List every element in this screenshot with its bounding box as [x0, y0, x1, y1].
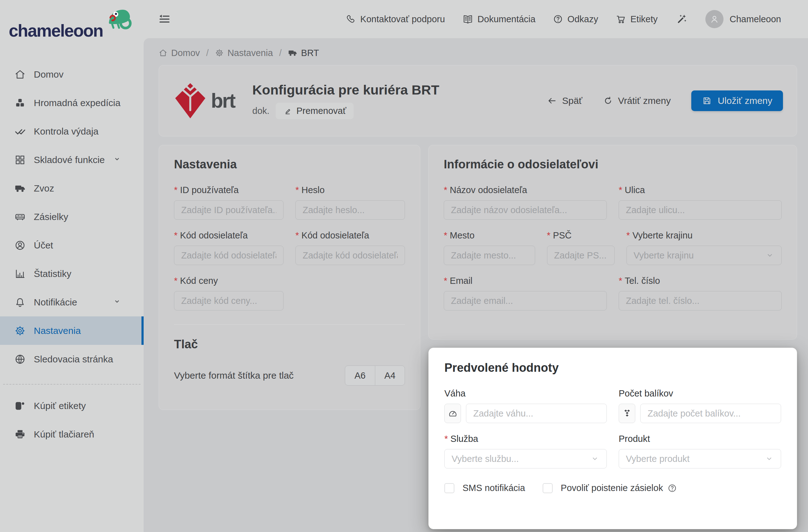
- sender-info-card: Informácie o odosielateľovi *Názov odosi…: [428, 145, 797, 340]
- breadcrumb-label: Nastavenia: [227, 48, 273, 58]
- user-id-input[interactable]: [174, 200, 283, 220]
- phone-icon: [346, 14, 356, 24]
- chevron-down-icon: [590, 454, 600, 463]
- format-a4-button[interactable]: A4: [375, 366, 405, 385]
- sender-code-2-field: *Kód odosielateľa: [295, 230, 405, 265]
- sidebar-divider: [3, 384, 141, 385]
- page-title: Konfigurácia pre kuriéra BRT: [252, 82, 439, 98]
- required-marker: *: [444, 230, 447, 241]
- sidebar-item-label: Hromadná expedícia: [34, 98, 121, 108]
- sidebar-item-ucet[interactable]: Účet: [0, 231, 144, 259]
- user-circle-icon: [14, 240, 26, 251]
- street-input[interactable]: [619, 200, 782, 220]
- doc-label: dok.: [252, 106, 270, 116]
- breadcrumb-nastavenia[interactable]: Nastavenia: [215, 48, 273, 58]
- required-marker: *: [547, 230, 550, 241]
- sidebar-item-skladove-funkcie[interactable]: Skladové funkcie: [0, 146, 144, 174]
- insurance-checkbox[interactable]: Povoliť poistenie zásielok: [543, 483, 677, 493]
- back-button[interactable]: Späť: [547, 95, 582, 106]
- chevron-down-icon: [765, 454, 774, 463]
- links-link[interactable]: Odkazy: [553, 14, 598, 24]
- field-label: ID používateľa: [180, 185, 238, 195]
- sidebar-item-domov[interactable]: Domov: [0, 60, 144, 89]
- product-field: Produkt Vyberte produkt: [619, 434, 781, 469]
- sender-code-1-field: *Kód odosielateľa: [174, 230, 283, 265]
- sender-name-input[interactable]: [444, 200, 607, 220]
- gauge-icon: [444, 404, 461, 423]
- sidebar-item-kupit-tlaciaren[interactable]: Kúpiť tlačiareň: [0, 420, 144, 448]
- cart-icon: [616, 14, 626, 24]
- service-field: *Služba Vyberte službu...: [444, 434, 607, 469]
- magic-wand-icon[interactable]: [675, 13, 688, 25]
- top-item-label: Kontaktovať podporu: [360, 14, 445, 24]
- email-input[interactable]: [444, 291, 607, 310]
- chameleon-icon: [103, 6, 137, 32]
- sidebar-item-zvoz[interactable]: Zvoz: [0, 174, 144, 202]
- sms-notification-checkbox[interactable]: SMS notifikácia: [444, 483, 525, 493]
- sender-code-2-input[interactable]: [295, 246, 405, 265]
- zip-input[interactable]: [547, 246, 614, 265]
- user-menu[interactable]: Chameleoon: [705, 10, 781, 28]
- back-label: Späť: [562, 95, 582, 106]
- gear-icon: [14, 325, 26, 336]
- sidebar: chameleoon Domov: [0, 0, 144, 532]
- field-label: Ulica: [625, 185, 645, 195]
- sidebar-item-label: Kontrola výdaja: [34, 126, 98, 137]
- required-marker: *: [619, 185, 622, 195]
- country-select[interactable]: Vyberte krajinu: [626, 246, 782, 265]
- product-select[interactable]: Vyberte produkt: [619, 449, 781, 469]
- settings-card-title: Nastavenia: [174, 158, 405, 171]
- revert-changes-button[interactable]: Vrátiť zmeny: [603, 95, 671, 106]
- required-marker: *: [444, 434, 448, 444]
- sidebar-item-sledovacia-stranka[interactable]: Sledovacia stránka: [0, 345, 144, 373]
- sidebar-item-kupit-etikety[interactable]: Kúpiť etikety: [0, 391, 144, 420]
- globe-icon: [14, 354, 26, 365]
- brand-logo[interactable]: chameleoon: [9, 11, 134, 45]
- field-label: Heslo: [301, 185, 325, 195]
- chevron-down-icon: [112, 297, 124, 308]
- parcel-count-field: Počet balíkov: [619, 388, 781, 423]
- email-field: *Email: [444, 276, 607, 310]
- breadcrumb-label: Domov: [171, 48, 200, 58]
- save-changes-button[interactable]: Uložiť zmeny: [691, 90, 783, 111]
- phone-input[interactable]: [619, 291, 782, 310]
- documentation-link[interactable]: Dokumentácia: [462, 14, 535, 24]
- breadcrumb-domov[interactable]: Domov: [159, 48, 200, 58]
- packages-icon: [619, 404, 635, 423]
- city-field: *Mesto: [444, 230, 535, 265]
- van-icon: [14, 211, 26, 222]
- field-label: Kód odosielateľa: [301, 230, 369, 241]
- price-code-input[interactable]: [174, 291, 283, 310]
- password-input[interactable]: [295, 200, 405, 220]
- printer-icon: [14, 429, 26, 440]
- sidebar-item-kontrola-vydaja[interactable]: Kontrola výdaja: [0, 117, 144, 146]
- phone-field: *Tel. číslo: [619, 276, 782, 310]
- print-format-label: Vyberte formát štítka pre tlač: [174, 370, 294, 381]
- rename-button[interactable]: Premenovať: [276, 103, 354, 119]
- format-a6-button[interactable]: A6: [345, 366, 375, 385]
- contact-support-link[interactable]: Kontaktovať podporu: [346, 14, 445, 24]
- sidebar-item-notifikacie[interactable]: Notifikácie: [0, 288, 144, 316]
- rename-label: Premenovať: [296, 106, 346, 116]
- breadcrumb-brt[interactable]: BRT: [288, 48, 319, 58]
- city-input[interactable]: [444, 246, 535, 265]
- sender-code-1-input[interactable]: [174, 246, 283, 265]
- sender-card-title: Informácie o odosielateľovi: [444, 158, 782, 171]
- sidebar-item-zasielky[interactable]: Zásielky: [0, 202, 144, 231]
- field-label: Produkt: [619, 434, 650, 444]
- menu-fold-icon[interactable]: [158, 13, 170, 25]
- breadcrumb-separator: /: [206, 48, 209, 58]
- service-select[interactable]: Vyberte službu...: [444, 449, 607, 469]
- sidebar-item-statistiky[interactable]: Štatistiky: [0, 259, 144, 288]
- sidebar-item-hromadna-expedicia[interactable]: Hromadná expedícia: [0, 89, 144, 117]
- labels-link[interactable]: Etikety: [616, 14, 658, 24]
- save-label: Uložiť zmeny: [718, 95, 772, 106]
- sidebar-item-nastavenia[interactable]: Nastavenia: [0, 316, 144, 345]
- parcel-count-input[interactable]: [640, 404, 781, 423]
- breadcrumb-separator: /: [279, 48, 282, 58]
- password-field: *Heslo: [295, 185, 405, 220]
- required-marker: *: [626, 230, 630, 241]
- weight-input[interactable]: [466, 404, 607, 423]
- label-roll-icon: [14, 400, 26, 411]
- help-circle-icon[interactable]: [667, 483, 677, 493]
